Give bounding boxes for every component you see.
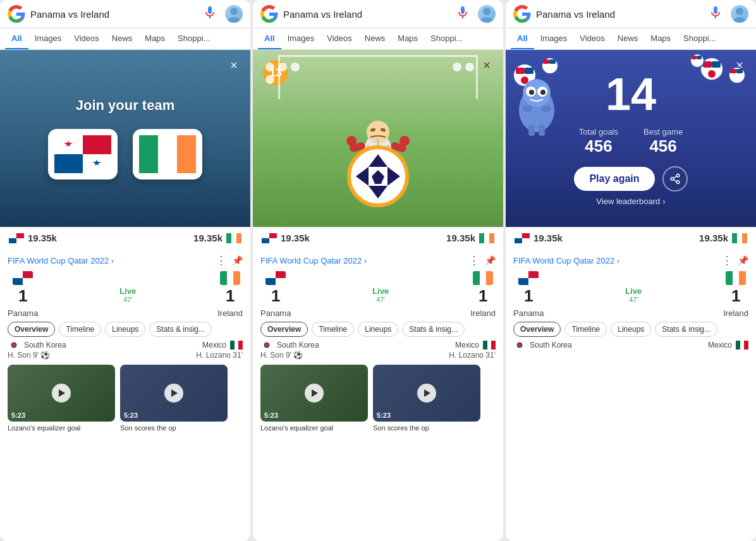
tab-overview-3[interactable]: Overview: [513, 322, 561, 337]
more-icon-2[interactable]: ⋮: [468, 253, 480, 267]
svg-rect-97: [522, 106, 532, 112]
tab-timeline-3[interactable]: Timeline: [564, 322, 607, 337]
tab-all-1[interactable]: All: [5, 28, 28, 49]
tab-stats-3[interactable]: Stats & insig...: [655, 322, 717, 337]
video-thumb-2a[interactable]: 5:23: [260, 365, 368, 422]
search-query-3[interactable]: Panama vs Ireland: [536, 9, 703, 20]
tab-images-2[interactable]: Images: [281, 28, 321, 49]
competition-2[interactable]: FIFA World Cup Qatar 2022 ›: [260, 256, 367, 265]
tab-all-2[interactable]: All: [258, 28, 281, 49]
play-btn-2b[interactable]: [417, 384, 436, 403]
tab-overview-2[interactable]: Overview: [260, 322, 308, 337]
tab-timeline-2[interactable]: Timeline: [312, 322, 354, 337]
competition-3[interactable]: FIFA World Cup Qatar 2022 ›: [513, 256, 619, 265]
goal-team-name-mex-3: Mexico: [708, 341, 732, 350]
close-btn-3[interactable]: ×: [731, 56, 748, 74]
tab-news-1[interactable]: News: [106, 28, 139, 49]
tab-stats-1[interactable]: Stats & insig...: [149, 322, 212, 337]
tab-images-3[interactable]: Images: [534, 28, 574, 49]
video-thumb-1[interactable]: 5:23: [8, 365, 115, 422]
tab-shopping-2[interactable]: Shoppi...: [424, 28, 469, 49]
search-query-2[interactable]: Panama vs Ireland: [283, 9, 450, 20]
avatar-3[interactable]: [731, 5, 748, 23]
goal-player-2-wrap: H. Lozano 31': [128, 351, 243, 360]
play-again-button[interactable]: Play again: [574, 167, 654, 191]
svg-point-95: [529, 90, 534, 95]
search-query-1[interactable]: Panama vs Ireland: [30, 9, 197, 20]
svg-rect-59: [489, 233, 494, 243]
play-btn-1[interactable]: [52, 384, 71, 403]
svg-rect-63: [276, 278, 286, 285]
competition-1[interactable]: FIFA World Cup Qatar 2022 ›: [8, 256, 114, 265]
goals-section-3: South Korea Mexico: [513, 341, 748, 350]
tab-maps-1[interactable]: Maps: [138, 28, 171, 49]
video-label-1: Lozano's equalizer goal: [8, 424, 115, 432]
tab-videos-2[interactable]: Videos: [320, 28, 358, 49]
avatar-1[interactable]: [225, 5, 243, 23]
tab-news-2[interactable]: News: [358, 28, 392, 49]
tab-videos-1[interactable]: Videos: [68, 28, 106, 49]
tab-stats-2[interactable]: Stats & insig...: [402, 322, 465, 337]
score-left-3: 19.35k: [515, 233, 563, 243]
tab-videos-3[interactable]: Videos: [573, 28, 611, 49]
svg-rect-9: [158, 135, 177, 173]
score-right-2: 19.35k: [446, 233, 494, 243]
edit-icon-2[interactable]: 📌: [485, 255, 496, 265]
tab-images-1[interactable]: Images: [28, 28, 68, 49]
mic-icon-3[interactable]: [708, 5, 726, 23]
tab-shopping-3[interactable]: Shoppi...: [677, 28, 722, 49]
svg-rect-62: [265, 278, 276, 285]
goal-team-name-mex-2: Mexico: [455, 341, 479, 350]
panama-flag-btn[interactable]: [48, 129, 118, 179]
video-thumb-2[interactable]: 5:23: [120, 365, 228, 422]
video-thumb-2b[interactable]: 5:23: [373, 365, 480, 422]
svg-point-102: [671, 177, 674, 180]
tab-timeline-1[interactable]: Timeline: [59, 322, 101, 337]
score-left-val-3: 19.35k: [533, 233, 563, 243]
mic-icon-2[interactable]: [455, 5, 473, 23]
goal-team-korea-2: South Korea: [260, 341, 375, 350]
tab-lineups-1[interactable]: Lineups: [105, 322, 145, 337]
share-button[interactable]: [662, 166, 688, 191]
goal-player-1: H. Son 9': [8, 351, 39, 360]
svg-rect-116: [528, 278, 539, 285]
balls-left: [265, 63, 303, 84]
close-btn-1[interactable]: ×: [225, 56, 243, 74]
tab-all-3[interactable]: All: [511, 28, 534, 49]
svg-rect-70: [487, 341, 491, 350]
phone-3: Panama vs Ireland All Images Videos News…: [506, 0, 756, 541]
svg-rect-4: [54, 154, 83, 173]
ireland-flag-btn[interactable]: [133, 129, 202, 179]
svg-rect-113: [518, 271, 528, 278]
tab-lineups-3[interactable]: Lineups: [611, 322, 651, 337]
svg-rect-18: [13, 271, 23, 278]
join-title: Join your team: [76, 97, 174, 114]
leaderboard-link[interactable]: View leaderboard ›: [596, 197, 665, 206]
best-game-val: 456: [649, 137, 676, 155]
tab-maps-2[interactable]: Maps: [391, 28, 424, 49]
tab-shopping-1[interactable]: Shoppi...: [171, 28, 216, 49]
tab-lineups-2[interactable]: Lineups: [358, 322, 398, 337]
more-icon-3[interactable]: ⋮: [721, 253, 733, 267]
tab-overview-1[interactable]: Overview: [8, 322, 55, 337]
best-game-label: Best game: [643, 127, 683, 137]
edit-icon-1[interactable]: 📌: [232, 255, 243, 265]
team-home-3: Panama: [513, 308, 544, 318]
svg-line-104: [673, 179, 676, 181]
svg-rect-69: [483, 341, 487, 350]
play-btn-2a[interactable]: [305, 384, 324, 403]
mic-icon-1[interactable]: [202, 5, 220, 23]
play-btn-2[interactable]: [164, 384, 183, 403]
edit-icon-3[interactable]: 📌: [738, 255, 748, 265]
goal-team-mexico-3: Mexico: [633, 341, 748, 350]
search-bar-3: Panama vs Ireland: [506, 0, 756, 28]
tab-maps-3[interactable]: Maps: [644, 28, 677, 49]
score-left-1: 19.35k: [9, 233, 57, 243]
balls-right: [453, 63, 491, 71]
more-icon-1[interactable]: ⋮: [216, 253, 227, 267]
avatar-2[interactable]: [478, 5, 496, 23]
match-tabs-1: Overview Timeline Lineups Stats & insig.…: [8, 322, 243, 337]
svg-rect-13: [9, 238, 16, 243]
ireland-flag-sm-2: [473, 271, 493, 285]
tab-news-3[interactable]: News: [611, 28, 645, 49]
